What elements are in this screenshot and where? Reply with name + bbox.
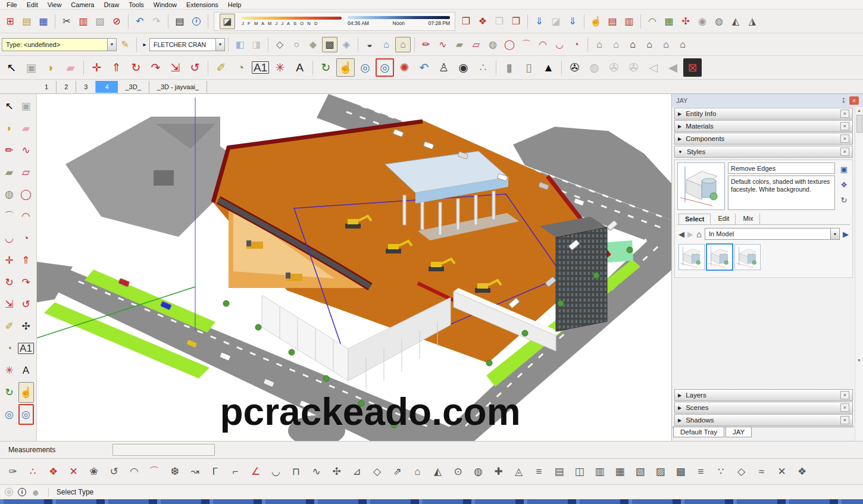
smoove-button[interactable]: ✣ xyxy=(678,14,693,29)
plugin-icon-33[interactable]: ▨ xyxy=(652,463,669,480)
rail-pie-tool[interactable]: ◔ xyxy=(18,228,34,249)
previous-view-button[interactable]: ↶ xyxy=(415,58,433,77)
animation-play-button[interactable]: ❐ xyxy=(508,14,524,29)
plugin-icon-28[interactable]: ▤ xyxy=(551,463,568,480)
section-plane-button[interactable]: ◒ xyxy=(362,37,377,52)
tray-tab-jay[interactable]: JAY xyxy=(726,427,752,437)
close-icon[interactable]: × xyxy=(840,148,849,156)
plugin-icon-27[interactable]: ≡ xyxy=(530,463,548,480)
plugin-icon-14[interactable]: ◡ xyxy=(267,463,284,480)
component-attributes-button[interactable]: ▥ xyxy=(621,14,637,29)
fletcher-crane-combo[interactable]: FLETCHER CRAN xyxy=(149,38,216,51)
shadow-date-slider[interactable]: J F M A M J J A S O N D xyxy=(242,17,342,26)
plugin-icon-32[interactable]: ▧ xyxy=(631,463,649,480)
follow-me-button[interactable]: ↷ xyxy=(146,58,165,77)
solid-tool-1[interactable]: ▮ xyxy=(500,58,518,77)
menu-draw[interactable]: Draw xyxy=(99,1,123,8)
scroll-down-icon[interactable]: ▼ xyxy=(857,358,861,362)
rail-orbit-tool[interactable]: ↻ xyxy=(2,382,17,403)
copy-button[interactable]: ▥ xyxy=(76,14,91,29)
rail-offset-tool[interactable]: ↺ xyxy=(18,294,34,315)
3d-text-button[interactable]: A xyxy=(290,58,309,77)
rail-freehand-tool[interactable]: ∿ xyxy=(18,140,34,161)
solid-tool-3[interactable]: ▲ xyxy=(539,58,558,77)
menu-camera[interactable]: Camera xyxy=(67,1,98,8)
plugin-icon-8[interactable]: ⌒ xyxy=(146,463,163,480)
fletcher-tool-icon[interactable]: ▸ xyxy=(140,37,149,52)
rail-rotate-tool[interactable]: ↻ xyxy=(2,272,17,293)
measurements-input[interactable] xyxy=(112,444,215,456)
panel-components[interactable]: ▶Components× xyxy=(674,133,853,145)
house-icon-3[interactable]: ⌂ xyxy=(625,37,640,52)
scene-tab-4[interactable]: 4 xyxy=(96,81,117,93)
hidden-line-button[interactable]: ○ xyxy=(289,37,304,52)
plugin-icon-19[interactable]: ◇ xyxy=(368,463,386,480)
open-button[interactable]: ▤ xyxy=(19,14,35,29)
style-thumb-3[interactable] xyxy=(734,244,761,270)
plugin-icon-20[interactable]: ⇗ xyxy=(389,463,406,480)
animation-settings-button[interactable]: ❒ xyxy=(492,14,507,29)
freehand-button[interactable]: ∿ xyxy=(435,37,451,52)
plugin-icon-36[interactable]: ∵ xyxy=(712,463,730,480)
print-button[interactable]: ▤ xyxy=(172,14,187,29)
rail-axes-tool[interactable]: ✳ xyxy=(2,360,17,381)
fletcher-dropdown-arrow[interactable]: ▼ xyxy=(216,38,225,51)
house-icon-2[interactable]: ⌂ xyxy=(608,37,624,52)
eraser-button[interactable]: ▰ xyxy=(61,58,80,77)
rail-paint-bucket-tool[interactable]: ◗ xyxy=(2,118,17,139)
plugin-icon-13[interactable]: ∠ xyxy=(247,463,264,480)
save-button[interactable]: ▦ xyxy=(36,14,51,29)
style-name-field[interactable]: Remove Edges xyxy=(728,162,835,174)
panel-materials[interactable]: ▶Materials× xyxy=(674,120,853,132)
interact-button[interactable]: ☝ xyxy=(588,14,604,29)
menu-extensions[interactable]: Extensions xyxy=(182,1,223,8)
scale-button[interactable]: ⇲ xyxy=(166,58,185,77)
camera-tool-5[interactable]: ◁ xyxy=(644,58,662,77)
zoom-extents-button[interactable]: ✺ xyxy=(395,58,414,77)
style-thumb-2[interactable] xyxy=(706,244,733,270)
push-pull-button[interactable]: ⇑ xyxy=(107,58,126,77)
shaded-textures-button[interactable]: ▩ xyxy=(322,37,337,52)
windows-taskbar[interactable] xyxy=(0,499,863,504)
menu-help[interactable]: Help xyxy=(224,1,246,8)
house-icon-4[interactable]: ⌂ xyxy=(642,37,657,52)
toggle-terrain-button[interactable]: ◪ xyxy=(548,14,564,29)
close-icon[interactable]: × xyxy=(840,416,849,424)
create-style-button[interactable]: ▣ xyxy=(839,164,849,174)
back-edges-button[interactable]: ◨ xyxy=(249,37,264,52)
position-camera-button[interactable]: ♙ xyxy=(434,58,453,77)
close-icon[interactable]: × xyxy=(840,403,849,412)
plugin-icon-16[interactable]: ∿ xyxy=(308,463,325,480)
update-style-button[interactable]: ↻ xyxy=(839,195,849,205)
rail-scale-tool[interactable]: ⇲ xyxy=(2,294,17,315)
two-point-arc-button[interactable]: ◠ xyxy=(535,37,551,52)
rail-circle-tool[interactable]: ◍ xyxy=(2,184,17,205)
plugin-icon-26[interactable]: ◬ xyxy=(510,463,527,480)
stamp-button[interactable]: ◉ xyxy=(695,14,710,29)
menu-tools[interactable]: Tools xyxy=(124,1,148,8)
plugin-icon-10[interactable]: ↝ xyxy=(186,463,204,480)
panel-layers[interactable]: ▶Layers× xyxy=(674,389,853,401)
rail-pan-tool[interactable]: ☝ xyxy=(18,382,34,403)
cut-button[interactable]: ✂ xyxy=(59,14,74,29)
rail-make-component-tool[interactable]: ▣ xyxy=(18,96,34,117)
sandbox-from-scratch-button[interactable]: ▦ xyxy=(661,14,677,29)
house-icon-6[interactable]: ⌂ xyxy=(675,37,690,52)
scene-tab-3d-jayvaai[interactable]: _3D - jayvaai_ xyxy=(149,81,207,93)
tray-tab-default[interactable]: Default Tray xyxy=(673,427,724,437)
plugin-icon-35[interactable]: ≡ xyxy=(692,463,709,480)
make-component-button[interactable]: ▣ xyxy=(22,58,40,77)
style-collection-dropdown[interactable]: In Model xyxy=(705,228,831,240)
circle-button[interactable]: ◍ xyxy=(485,37,501,52)
add-building-button[interactable]: ⇓ xyxy=(565,14,580,29)
model-info-button[interactable]: i xyxy=(189,14,204,29)
rail-line-tool[interactable]: ✏ xyxy=(2,140,17,161)
details-arrow-icon[interactable]: ▶ xyxy=(843,230,849,238)
rail-two-point-arc-tool[interactable]: ◠ xyxy=(18,206,34,227)
paste-button[interactable]: ▧ xyxy=(92,14,108,29)
rotated-rectangle-button[interactable]: ▱ xyxy=(468,37,484,52)
house-icon-1[interactable]: ⌂ xyxy=(592,37,607,52)
text-button[interactable]: A1 xyxy=(251,58,270,77)
arc-button[interactable]: ⌒ xyxy=(518,37,534,52)
style-description-field[interactable]: Default colors, shaded with textures fac… xyxy=(728,176,835,210)
